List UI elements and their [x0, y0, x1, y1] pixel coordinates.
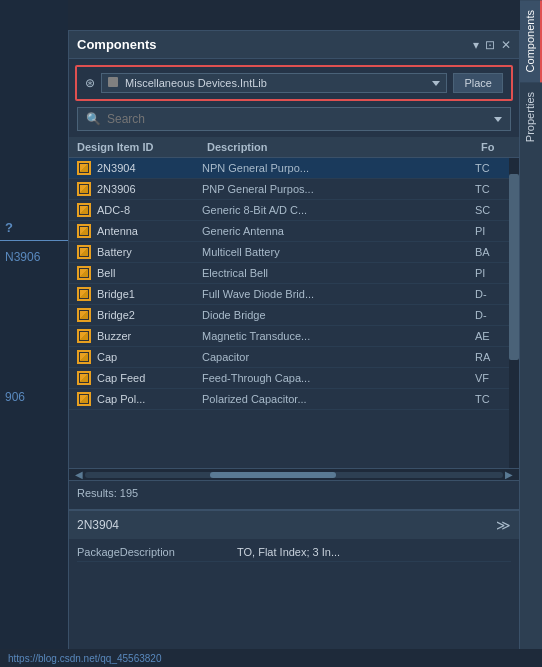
place-button[interactable]: Place: [453, 73, 503, 93]
component-icon: [77, 203, 91, 217]
search-filter-arrow[interactable]: [494, 117, 502, 122]
component-fo: RA: [475, 351, 505, 363]
schematic-label-3: 906: [5, 390, 25, 404]
component-id: Battery: [97, 246, 202, 258]
component-fo: TC: [475, 183, 505, 195]
component-id: Bell: [97, 267, 202, 279]
component-id: Bridge1: [97, 288, 202, 300]
component-icon: [77, 224, 91, 238]
library-dropdown[interactable]: Miscellaneous Devices.IntLib: [101, 73, 447, 93]
component-desc: Full Wave Diode Brid...: [202, 288, 475, 300]
bottom-panel-title: 2N3904: [77, 518, 119, 532]
panel-title: Components: [77, 37, 156, 52]
component-icon: [77, 350, 91, 364]
library-name: Miscellaneous Devices.IntLib: [125, 77, 267, 89]
component-id: Bridge2: [97, 309, 202, 321]
component-id: ADC-8: [97, 204, 202, 216]
component-desc: Capacitor: [202, 351, 475, 363]
component-id: 2N3906: [97, 183, 202, 195]
component-desc: Magnetic Transducе...: [202, 330, 475, 342]
component-fo: AE: [475, 330, 505, 342]
component-fo: D-: [475, 309, 505, 321]
url-bar: https://blog.csdn.net/qq_45563820: [0, 649, 542, 667]
search-row: 🔍: [77, 107, 511, 131]
search-input[interactable]: [107, 112, 490, 126]
component-id: Antenna: [97, 225, 202, 237]
component-desc: Polarized Capacitor...: [202, 393, 475, 405]
table-row[interactable]: BellElectrical BellPI: [69, 263, 519, 284]
table-row[interactable]: ADC-8Generic 8-Bit A/D C...SC: [69, 200, 519, 221]
table-header: Design Item ID Description Fo: [69, 137, 519, 158]
table-row[interactable]: CapCapacitorRA: [69, 347, 519, 368]
schematic-label-1: ?: [5, 220, 13, 235]
filter-icon[interactable]: ⊛: [85, 76, 95, 90]
component-icon: [77, 266, 91, 280]
component-id: Cap Feed: [97, 372, 202, 384]
bottom-panel-header[interactable]: 2N3904 ≫: [69, 511, 519, 539]
component-desc: Diode Bridge: [202, 309, 475, 321]
component-desc: Electrical Bell: [202, 267, 475, 279]
table-row[interactable]: 2N3904NPN General Purpo...TC: [69, 158, 519, 179]
component-id: Cap Pol...: [97, 393, 202, 405]
table-row[interactable]: Cap Pol...Polarized Capacitor...TC: [69, 389, 519, 410]
component-fo: SC: [475, 204, 505, 216]
panel-close-icon[interactable]: ✕: [501, 38, 511, 52]
component-icon: [77, 392, 91, 406]
col-header-id: Design Item ID: [77, 141, 207, 153]
h-scrollbar-thumb: [210, 472, 335, 478]
tab-components[interactable]: Components: [520, 0, 542, 82]
components-panel: Components ▾ ⊡ ✕ ⊛ Miscellaneous Devices…: [68, 30, 520, 660]
table-row[interactable]: Bridge1Full Wave Diode Brid...D-: [69, 284, 519, 305]
table-row[interactable]: Cap FeedFeed-Through Capa...VF: [69, 368, 519, 389]
property-rows: PackageDescriptionTO, Flat Index; 3 In..…: [77, 543, 511, 562]
component-id: Cap: [97, 351, 202, 363]
header-icons: ▾ ⊡ ✕: [473, 38, 511, 52]
panel-float-icon[interactable]: ⊡: [485, 38, 495, 52]
component-fo: TC: [475, 162, 505, 174]
component-desc: Generic Antenna: [202, 225, 475, 237]
table-row[interactable]: BuzzerMagnetic Transducе...AE: [69, 326, 519, 347]
property-key: PackageDescription: [77, 546, 237, 558]
component-fo: PI: [475, 267, 505, 279]
component-desc: Feed-Through Capa...: [202, 372, 475, 384]
component-rows: 2N3904NPN General Purpo...TC2N3906PNP Ge…: [69, 158, 519, 410]
results-count: Results: 195: [77, 487, 138, 499]
component-id: 2N3904: [97, 162, 202, 174]
library-dropdown-arrow: [432, 81, 440, 86]
panel-header: Components ▾ ⊡ ✕: [69, 31, 519, 59]
bottom-panel: 2N3904 ≫ PackageDescriptionTO, Flat Inde…: [69, 509, 519, 566]
component-desc: PNP General Purpos...: [202, 183, 475, 195]
table-row[interactable]: BatteryMulticell BatteryBA: [69, 242, 519, 263]
horizontal-scrollbar-area: ◀ ▶: [69, 468, 519, 480]
component-fo: PI: [475, 225, 505, 237]
vertical-scrollbar[interactable]: [509, 158, 519, 468]
component-icon: [77, 308, 91, 322]
table-row[interactable]: Bridge2Diode BridgeD-: [69, 305, 519, 326]
schematic-area: ? N3906 906: [0, 0, 68, 667]
scrollbar-track[interactable]: [85, 472, 503, 478]
schematic-label-2: N3906: [5, 250, 40, 264]
component-desc: Multicell Battery: [202, 246, 475, 258]
scroll-right-arrow[interactable]: ▶: [503, 469, 515, 480]
tab-properties[interactable]: Properties: [520, 82, 542, 152]
component-list: 2N3904NPN General Purpo...TC2N3906PNP Ge…: [69, 158, 519, 468]
scrollbar-thumb: [509, 174, 519, 360]
component-desc: Generic 8-Bit A/D C...: [202, 204, 475, 216]
col-header-fo: Fo: [481, 141, 511, 153]
bottom-panel-content: PackageDescriptionTO, Flat Index; 3 In..…: [69, 539, 519, 566]
schematic-line: [0, 240, 68, 241]
list-item: PackageDescriptionTO, Flat Index; 3 In..…: [77, 543, 511, 562]
component-icon: [77, 371, 91, 385]
panel-dropdown-icon[interactable]: ▾: [473, 38, 479, 52]
results-bar: Results: 195: [69, 480, 519, 505]
component-id: Buzzer: [97, 330, 202, 342]
component-desc: NPN General Purpo...: [202, 162, 475, 174]
bottom-expand-icon[interactable]: ≫: [496, 517, 511, 533]
table-row[interactable]: 2N3906PNP General Purpos...TC: [69, 179, 519, 200]
table-row[interactable]: AntennaGeneric AntennaPI: [69, 221, 519, 242]
scroll-left-arrow[interactable]: ◀: [73, 469, 85, 480]
right-tabs-container: Components Properties: [520, 0, 542, 667]
component-icon: [77, 287, 91, 301]
component-fo: TC: [475, 393, 505, 405]
component-icon: [77, 245, 91, 259]
